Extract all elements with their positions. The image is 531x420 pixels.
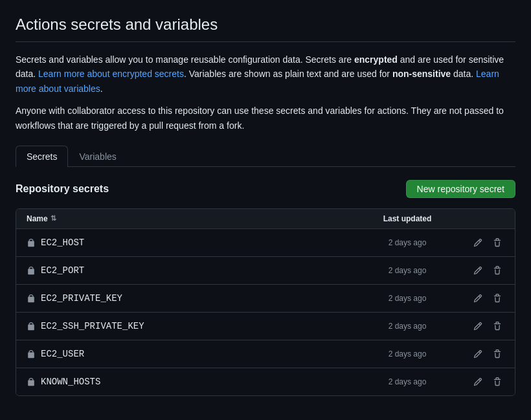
- secret-actions: [466, 347, 504, 361]
- delete-secret-button[interactable]: [490, 263, 504, 278]
- secret-last-updated: 2 days ago: [349, 238, 466, 247]
- edit-secret-button[interactable]: [471, 319, 485, 333]
- secret-name: EC2_SSH_PRIVATE_KEY: [27, 321, 349, 331]
- sort-icon: ⇅: [51, 214, 56, 223]
- secret-actions: [466, 291, 504, 305]
- delete-secret-button[interactable]: [490, 236, 504, 250]
- secret-actions: [466, 263, 504, 278]
- new-repository-secret-button[interactable]: New repository secret: [406, 180, 515, 198]
- secret-name: EC2_PRIVATE_KEY: [27, 293, 349, 304]
- trash-icon: [493, 266, 502, 275]
- column-name-header: Name ⇅: [27, 214, 349, 223]
- table-row: EC2_SSH_PRIVATE_KEY 2 days ago: [16, 313, 515, 340]
- tab-secrets[interactable]: Secrets: [16, 146, 68, 167]
- trash-icon: [493, 349, 502, 359]
- secret-actions: [466, 319, 504, 333]
- secret-actions: [466, 375, 504, 389]
- learn-secrets-link[interactable]: Learn more about encrypted secrets: [38, 69, 184, 79]
- edit-secret-button[interactable]: [471, 291, 485, 305]
- secrets-header: Repository secrets New repository secret: [16, 180, 515, 198]
- page-title: Actions secrets and variables: [16, 16, 515, 34]
- description-text: Secrets and variables allow you to manag…: [16, 52, 515, 96]
- pencil-icon: [473, 238, 482, 247]
- secret-name: EC2_HOST: [27, 238, 349, 248]
- secrets-table: Name ⇅ Last updated EC2_HOST 2 days ago: [16, 208, 515, 396]
- secret-name: KNOWN_HOSTS: [27, 377, 349, 387]
- tab-bar: Secrets Variables: [16, 146, 515, 167]
- secret-actions: [466, 236, 504, 250]
- table-row: EC2_PRIVATE_KEY 2 days ago: [16, 285, 515, 313]
- column-actions-header: [466, 214, 504, 223]
- trash-icon: [493, 322, 502, 331]
- column-updated-header: Last updated: [349, 214, 466, 223]
- secret-last-updated: 2 days ago: [349, 349, 466, 359]
- delete-secret-button[interactable]: [490, 347, 504, 361]
- lock-icon: [27, 238, 36, 247]
- pencil-icon: [473, 294, 482, 303]
- secret-last-updated: 2 days ago: [349, 377, 466, 386]
- pencil-icon: [473, 322, 482, 331]
- table-body: EC2_HOST 2 days ago: [16, 229, 515, 395]
- edit-secret-button[interactable]: [471, 347, 485, 361]
- table-header: Name ⇅ Last updated: [16, 209, 515, 229]
- trash-icon: [493, 238, 502, 247]
- access-note: Anyone with collaborator access to this …: [16, 104, 515, 133]
- edit-secret-button[interactable]: [471, 375, 485, 389]
- lock-icon: [27, 349, 36, 359]
- divider: [16, 41, 515, 42]
- secret-last-updated: 2 days ago: [349, 266, 466, 275]
- table-row: EC2_USER 2 days ago: [16, 340, 515, 368]
- delete-secret-button[interactable]: [490, 319, 504, 333]
- table-row: KNOWN_HOSTS 2 days ago: [16, 368, 515, 395]
- trash-icon: [493, 294, 502, 303]
- lock-icon: [27, 266, 36, 275]
- trash-icon: [493, 377, 502, 386]
- lock-icon: [27, 294, 36, 303]
- pencil-icon: [473, 349, 482, 359]
- secrets-section-title: Repository secrets: [16, 183, 109, 195]
- secret-name: EC2_USER: [27, 349, 349, 359]
- table-row: EC2_HOST 2 days ago: [16, 229, 515, 257]
- tab-variables[interactable]: Variables: [68, 146, 127, 167]
- secret-name: EC2_PORT: [27, 265, 349, 276]
- pencil-icon: [473, 377, 482, 386]
- pencil-icon: [473, 266, 482, 275]
- edit-secret-button[interactable]: [471, 263, 485, 278]
- table-row: EC2_PORT 2 days ago: [16, 257, 515, 285]
- lock-icon: [27, 377, 36, 386]
- delete-secret-button[interactable]: [490, 291, 504, 305]
- lock-icon: [27, 322, 36, 331]
- secret-last-updated: 2 days ago: [349, 294, 466, 303]
- delete-secret-button[interactable]: [490, 375, 504, 389]
- edit-secret-button[interactable]: [471, 236, 485, 250]
- secret-last-updated: 2 days ago: [349, 322, 466, 331]
